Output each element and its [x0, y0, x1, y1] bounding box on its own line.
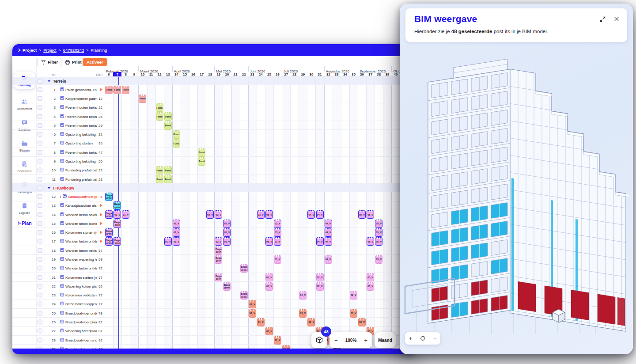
scale-select-button[interactable]: Maand — [375, 332, 396, 348]
task-row[interactable]: 8Poeren houten bekisting o...47Fund — [12, 148, 415, 157]
section-header-row[interactable]: Terrein — [12, 77, 415, 85]
gantt-postit[interactable]: 01_V — [265, 282, 273, 291]
gantt-postit[interactable]: 03_V — [274, 228, 281, 237]
breadcrumb-item[interactable]: 647920243 — [63, 48, 84, 53]
gantt-postit[interactable]: Fund — [105, 86, 113, 94]
gantt-postit[interactable]: 03_V — [367, 282, 374, 291]
gantt-postit[interactable]: 04_V — [325, 228, 332, 237]
gantt-postit[interactable]: 01_V — [164, 237, 172, 246]
gantt-postit[interactable]: Fund — [114, 86, 121, 94]
gantt-postit[interactable]: 02_V — [223, 220, 231, 228]
task-checkbox[interactable] — [38, 257, 42, 262]
gantt-postit[interactable]: Bega gron — [105, 210, 113, 219]
task-checkbox[interactable] — [38, 239, 42, 244]
gantt-postit[interactable]: 04_V — [316, 210, 324, 219]
chevron-down-icon[interactable] — [48, 187, 50, 189]
task-checkbox[interactable] — [38, 123, 42, 128]
gantt-postit[interactable]: 04_V — [307, 210, 315, 219]
task-checkbox[interactable] — [38, 114, 42, 119]
gantt-postit[interactable]: Fund — [164, 112, 172, 121]
task-row[interactable]: 19Wanden wapening leggen59Bega gron01_V0… — [12, 255, 415, 264]
task-checkbox[interactable] — [38, 284, 42, 288]
gantt-postit[interactable]: Fund — [164, 175, 172, 183]
gantt-postit[interactable]: 05_V — [375, 237, 382, 246]
gantt-postit[interactable]: 03_V — [265, 237, 273, 246]
section-checkbox[interactable] — [38, 186, 42, 190]
task-row[interactable]: 3Poeren houten bekisting s...22Fund — [12, 103, 415, 112]
gantt-postit[interactable]: 01_V — [173, 220, 180, 228]
task-checkbox[interactable] — [38, 96, 42, 101]
task-checkbox[interactable] — [38, 230, 42, 235]
gantt-postit[interactable]: 02_V — [307, 318, 315, 326]
section-checkbox[interactable] — [38, 79, 42, 83]
chevron-down-icon[interactable] — [48, 80, 50, 82]
gantt-postit[interactable]: 02_V — [223, 237, 231, 246]
task-checkbox[interactable] — [38, 141, 42, 146]
task-row[interactable]: 5Poeren houten bekisting s...29Fund — [12, 121, 415, 130]
gantt-postit[interactable]: 01_V — [282, 345, 290, 349]
gantt-postit[interactable]: 01_V — [122, 210, 129, 219]
task-row[interactable]: 15Wanden beton stortenBega gron01_V02_V0… — [12, 219, 415, 228]
gantt-postit[interactable]: 03_V — [375, 255, 382, 264]
task-row[interactable]: 16Kolommen storten (monot...Bega gron01_… — [12, 228, 415, 237]
gantt-postit[interactable]: 01_V — [249, 300, 256, 308]
gantt-postit[interactable]: 01_V — [299, 291, 307, 300]
task-row[interactable]: 14Wanden beton bekisten (t...Bega gron01… — [12, 210, 415, 219]
gantt-postit[interactable]: 03_V — [358, 318, 366, 326]
gantt-postit[interactable]: Bega gron — [114, 201, 121, 210]
task-checkbox[interactable] — [38, 212, 42, 217]
task-checkbox[interactable] — [38, 150, 42, 155]
gantt-postit[interactable]: 03_V — [350, 309, 357, 318]
zoom-in-button[interactable]: + — [364, 337, 367, 344]
activate-button[interactable]: Activeer — [83, 58, 107, 66]
task-checkbox[interactable] — [38, 168, 42, 173]
gantt-postit[interactable]: Bega gron — [223, 282, 231, 291]
task-row[interactable]: 20Wanden beton ontkisten (...72Bega gron — [12, 264, 415, 273]
gantt-postit[interactable]: Fund — [156, 103, 163, 112]
task-row[interactable]: 4Poeren houten bekisting s...25FundFund — [12, 112, 415, 121]
gantt-postit[interactable]: 02_V — [206, 210, 214, 219]
task-checkbox[interactable] — [38, 320, 42, 325]
gantt-postit[interactable]: 01_V — [114, 210, 121, 219]
play-icon[interactable] — [100, 239, 102, 243]
gantt-postit[interactable]: 05_V — [375, 228, 382, 237]
gantt-postit[interactable]: 05_V — [358, 210, 366, 219]
gantt-postit[interactable]: 01_V — [257, 318, 265, 326]
task-checkbox[interactable] — [38, 248, 42, 253]
task-row[interactable]: 12!Kanaalplaatvloer plaats...-5Bega gron — [12, 192, 415, 201]
gantt-postit[interactable]: 03_V — [274, 237, 281, 246]
task-checkbox[interactable] — [38, 266, 42, 271]
gantt-postit[interactable]: 02_V — [325, 255, 332, 264]
gantt-postit[interactable]: Fund — [164, 166, 172, 174]
gantt-postit[interactable]: Bega gron — [105, 237, 113, 246]
task-checkbox[interactable] — [38, 337, 42, 342]
gantt-postit[interactable]: 01_V — [265, 273, 273, 281]
task-checkbox[interactable] — [38, 293, 42, 298]
task-checkbox[interactable] — [38, 346, 42, 349]
gantt-postit[interactable]: 04_V — [325, 237, 332, 246]
gantt-postit[interactable]: 01_V — [274, 336, 281, 345]
bim-reset-view-button[interactable] — [420, 335, 426, 341]
bim-nav-cube[interactable] — [553, 309, 565, 322]
gantt-postit[interactable]: 01_V — [249, 309, 256, 318]
gantt-postit[interactable]: Fund — [139, 95, 146, 103]
gantt-postit[interactable]: Bega gron — [215, 246, 222, 255]
gantt-postit[interactable]: Fund — [198, 148, 205, 157]
task-row[interactable]: 9Opstorting bekisting ontki...50Fund — [12, 157, 415, 166]
task-row[interactable]: 6Opstorting bekisting plaat...32Fund — [12, 130, 415, 139]
gantt-postit[interactable]: 01_V — [173, 228, 180, 237]
gantt-postit[interactable]: Bega gron — [215, 255, 222, 264]
gantt-postit[interactable]: 02_V — [316, 282, 324, 291]
task-row[interactable]: 2Koppensnellen palen12Fund — [12, 94, 415, 103]
gantt-postit[interactable]: Fund — [156, 175, 163, 183]
task-row[interactable]: 26Breedplaatvloer plaatsen/...8201_V02_V… — [12, 318, 415, 326]
gantt-postit[interactable]: 03_V — [367, 273, 374, 281]
task-checkbox[interactable] — [38, 329, 42, 334]
task-row[interactable]: 24Beton balken leggen7701_V — [12, 300, 415, 309]
task-row[interactable]: 25Breedplaatvloer ondersteu...7801_V02_V… — [12, 309, 415, 318]
gantt-postit[interactable]: 02_V — [316, 273, 324, 281]
task-row[interactable]: 21Kolommen stellen (monot...57Bega gron0… — [12, 273, 415, 282]
task-row[interactable]: 23Kolommen ontkisten (mon...72Bega gron0… — [12, 291, 415, 300]
gantt-postit[interactable]: 05_V — [367, 237, 374, 246]
task-checkbox[interactable] — [38, 177, 42, 182]
